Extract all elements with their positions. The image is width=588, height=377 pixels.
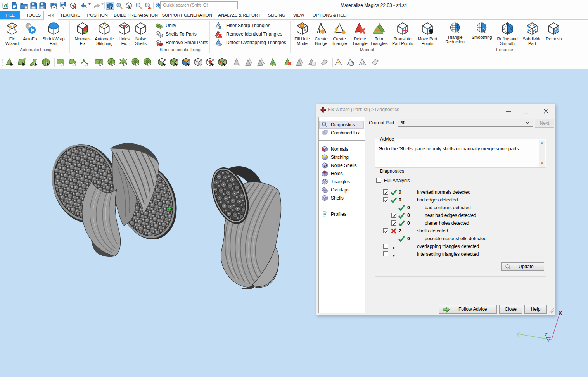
svg-text:X: X — [559, 310, 562, 316]
svg-text:Z: Z — [545, 332, 548, 337]
